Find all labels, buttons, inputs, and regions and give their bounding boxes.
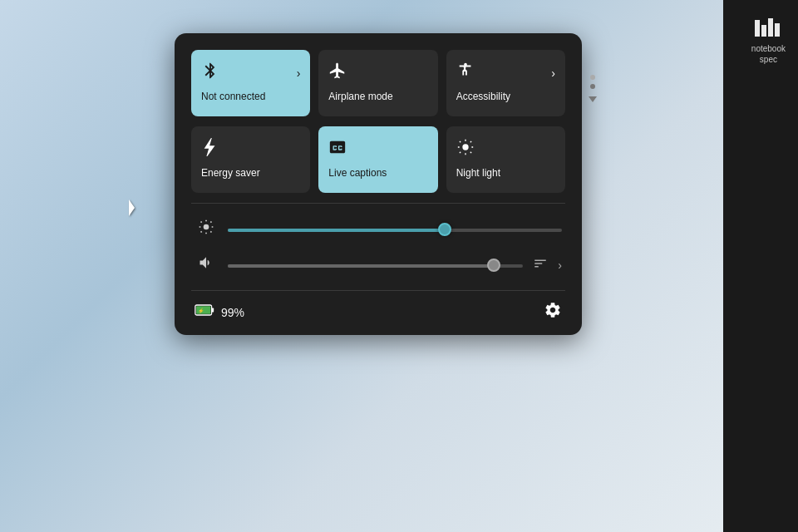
svg-rect-0 xyxy=(755,20,760,37)
brightness-icon xyxy=(195,219,218,239)
mouse-cursor xyxy=(129,200,140,216)
svg-point-6 xyxy=(204,224,209,230)
svg-rect-8 xyxy=(212,308,214,312)
energy-tile-top xyxy=(201,138,300,160)
night-light-tile[interactable]: Night light xyxy=(446,126,565,193)
bluetooth-label: Not connected xyxy=(201,91,265,102)
volume-icon xyxy=(195,254,218,275)
logo-text: notebook spec xyxy=(751,43,786,65)
night-light-label: Night light xyxy=(456,167,500,179)
svg-rect-2 xyxy=(768,18,773,37)
accessibility-tile-top: › xyxy=(456,62,555,84)
battery-icon: ⚡ xyxy=(195,303,214,322)
svg-text:⚡: ⚡ xyxy=(198,308,204,314)
airplane-label: Airplane mode xyxy=(328,91,392,102)
bluetooth-chevron: › xyxy=(297,66,301,80)
volume-settings-icon[interactable] xyxy=(533,256,548,274)
accessibility-tile[interactable]: › Accessibility xyxy=(446,50,565,116)
live-captions-label: Live captions xyxy=(328,167,387,179)
bluetooth-tile[interactable]: › Not connected xyxy=(191,50,310,116)
dot-2 xyxy=(590,84,595,89)
volume-thumb[interactable] xyxy=(487,259,500,272)
night-light-tile-top xyxy=(456,138,555,160)
captions-icon xyxy=(328,138,347,160)
night-light-icon xyxy=(456,138,475,160)
bluetooth-tile-top: › xyxy=(201,62,300,84)
svg-rect-1 xyxy=(761,25,766,37)
accessibility-icon xyxy=(456,62,475,84)
volume-arrow-icon[interactable]: › xyxy=(558,259,562,272)
accessibility-chevron: › xyxy=(551,66,555,80)
live-captions-tile-top xyxy=(328,138,427,160)
tiles-row-1: › Not connected Airplane mode xyxy=(191,50,565,116)
energy-label: Energy saver xyxy=(201,167,260,179)
accessibility-label: Accessibility xyxy=(456,91,510,102)
scroll-triangle xyxy=(589,96,597,102)
separator xyxy=(191,203,565,204)
airplane-icon xyxy=(328,62,347,84)
live-captions-tile[interactable]: Live captions xyxy=(318,126,437,193)
bottom-bar: ⚡ 99% xyxy=(191,290,565,335)
airplane-tile-top xyxy=(328,62,427,84)
energy-icon xyxy=(201,138,219,160)
battery-area: ⚡ 99% xyxy=(195,303,244,322)
svg-rect-3 xyxy=(775,23,780,37)
logo-area: notebook spec xyxy=(751,17,786,65)
volume-slider[interactable] xyxy=(228,263,523,268)
brightness-row xyxy=(195,219,562,239)
battery-percentage: 99% xyxy=(221,306,244,319)
brightness-slider[interactable] xyxy=(228,227,562,232)
side-dots xyxy=(589,75,597,102)
airplane-tile[interactable]: Airplane mode xyxy=(318,50,437,116)
sliders-area: › xyxy=(191,219,565,275)
bluetooth-icon xyxy=(201,62,219,84)
quick-settings-panel: › Not connected Airplane mode xyxy=(175,33,582,335)
volume-row: › xyxy=(195,254,562,275)
tiles-row-2: Energy saver Live captions xyxy=(191,126,565,193)
dot-1 xyxy=(590,75,595,80)
right-panel: notebook spec xyxy=(723,0,798,532)
settings-gear-icon[interactable] xyxy=(544,301,562,323)
svg-point-5 xyxy=(462,144,468,150)
energy-tile[interactable]: Energy saver xyxy=(191,126,310,193)
notebookspec-logo-icon xyxy=(753,17,783,40)
